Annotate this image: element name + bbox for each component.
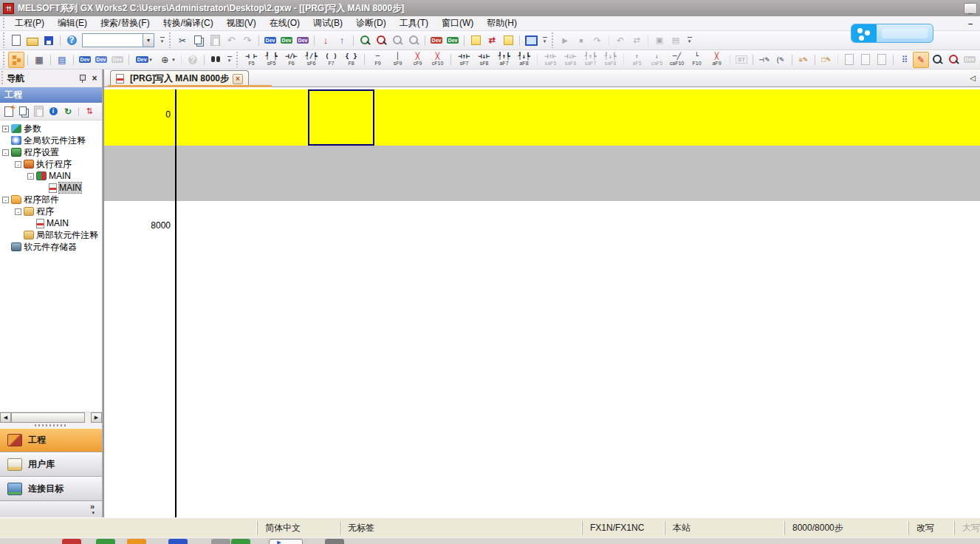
- save-icon[interactable]: [41, 33, 57, 49]
- nav-more-buttons[interactable]: » ▾: [0, 501, 102, 517]
- ladder-row-highlight[interactable]: [104, 89, 980, 146]
- ladder-rising-pulse-button[interactable]: ⊣↑⊢sF7: [454, 51, 474, 68]
- watch-start-icon[interactable]: [389, 33, 405, 49]
- ladder-open-contact-button[interactable]: ⊣ ⊢F5: [241, 51, 261, 68]
- help-icon[interactable]: [64, 33, 80, 49]
- read-mode-icon[interactable]: [929, 52, 945, 68]
- debug-skip-icon[interactable]: [628, 33, 645, 49]
- device-search-icon[interactable]: [155, 52, 178, 68]
- nav-button-connection-destination[interactable]: 连接目标: [0, 477, 102, 501]
- doc-find-prev-icon[interactable]: [857, 52, 874, 68]
- toolbar-overflow-icon[interactable]: ▾: [685, 33, 693, 48]
- open-project-icon[interactable]: [24, 33, 41, 49]
- undo-icon[interactable]: [223, 33, 239, 49]
- toolbar-grip[interactable]: [168, 33, 172, 48]
- tree-expander-icon[interactable]: -: [15, 161, 21, 168]
- toolbar-grip[interactable]: [236, 52, 239, 67]
- help-secondary-icon[interactable]: [185, 52, 201, 68]
- mdi-minimize-icon[interactable]: –: [968, 19, 973, 28]
- tree-item-main-block[interactable]: - MAIN: [0, 170, 102, 182]
- ladder-editor-canvas[interactable]: 0 8000: [104, 87, 980, 517]
- module-configuration-icon[interactable]: [31, 52, 47, 68]
- tree-item-pou[interactable]: - 程序部件: [0, 194, 102, 205]
- device-memory-icon[interactable]: [428, 33, 445, 49]
- minimize-button[interactable]: _: [964, 3, 977, 14]
- statement-edit-icon[interactable]: [795, 52, 812, 68]
- panel-grip[interactable]: [1, 71, 4, 86]
- panel-splitter[interactable]: [0, 423, 102, 428]
- cut-icon[interactable]: [174, 33, 191, 49]
- toolbar-overflow-icon[interactable]: ▾: [225, 52, 233, 67]
- menu-find-replace[interactable]: 搜索/替换(F): [94, 16, 157, 31]
- ladder-result-falling-pulse-button[interactable]: ↓caF5: [647, 51, 667, 68]
- tab-main-program[interactable]: [PRG]写入 MAIN 8000步 ×: [110, 70, 249, 86]
- menu-online[interactable]: 在线(O): [263, 16, 306, 31]
- device-batch-icon[interactable]: [93, 52, 109, 68]
- tree-item-execution-program[interactable]: - 执行程序: [0, 158, 102, 170]
- ladder-vertical-line-button[interactable]: │sF9: [388, 51, 408, 68]
- nav-button-user-library[interactable]: 用户库: [0, 452, 102, 477]
- doc-find-next-icon[interactable]: [874, 52, 890, 68]
- monitor-mode-icon[interactable]: [962, 52, 978, 68]
- device-comment-edit-icon[interactable]: [756, 52, 772, 68]
- menu-convert-compile[interactable]: 转换/编译(C): [157, 16, 220, 31]
- write-to-plc-icon[interactable]: [262, 33, 278, 49]
- new-project-icon[interactable]: [8, 33, 24, 49]
- tree-expander-icon[interactable]: -: [2, 149, 9, 156]
- nav-new-data-icon[interactable]: [1, 104, 16, 119]
- ladder-line-delete-button[interactable]: ╳aF9: [707, 51, 727, 68]
- ladder-rising-pulse-not-button[interactable]: ⊣⇑⊢saF5: [541, 51, 561, 68]
- nav-refresh-icon[interactable]: [61, 104, 75, 119]
- tree-item-parameter[interactable]: + 参数: [0, 123, 102, 135]
- toolbar-overflow-icon[interactable]: ▾: [158, 33, 166, 48]
- ladder-selected-cell[interactable]: [308, 89, 374, 146]
- ladder-rising-pulse-not-branch-button[interactable]: ┦⇑┡saF7: [580, 51, 600, 68]
- inline-st-icon[interactable]: [733, 52, 750, 68]
- note-edit-icon[interactable]: [818, 52, 835, 68]
- ladder-horizontal-line-button[interactable]: ─F9: [368, 51, 388, 68]
- coil-comment-edit-icon[interactable]: [772, 52, 789, 68]
- tree-item-program-folder[interactable]: - 程序: [0, 205, 102, 217]
- nav-sort-icon[interactable]: [82, 104, 97, 119]
- write-mode-icon[interactable]: [945, 52, 962, 68]
- ladder-line-draw-button[interactable]: └F10: [687, 51, 707, 68]
- toolbar-grip[interactable]: [2, 52, 6, 67]
- nav-copy-icon[interactable]: [16, 104, 31, 119]
- window-selector-input[interactable]: [82, 33, 143, 47]
- device-comment-list-icon[interactable]: [77, 52, 93, 68]
- combobox-dropdown-icon[interactable]: ▼: [143, 33, 154, 47]
- ladder-coil-button[interactable]: ( )F7: [321, 51, 341, 68]
- menu-project[interactable]: 工程(P): [8, 16, 51, 31]
- device-display-icon[interactable]: [132, 52, 155, 68]
- nav-property-icon[interactable]: [46, 104, 61, 119]
- connection-diagram-icon[interactable]: [897, 52, 913, 68]
- tree-item-global-device-comment[interactable]: 全局软元件注释: [0, 135, 102, 146]
- copy-icon[interactable]: [191, 33, 207, 49]
- menu-debug[interactable]: 调试(B): [306, 16, 349, 31]
- debug-start-icon[interactable]: [557, 33, 573, 49]
- scroll-right-icon[interactable]: ▶: [91, 412, 102, 423]
- toolbar-grip[interactable]: [2, 33, 6, 48]
- paste-icon[interactable]: [207, 33, 223, 49]
- statement-icon[interactable]: [467, 33, 484, 49]
- menu-diagnostics[interactable]: 诊断(D): [349, 16, 393, 31]
- watch-stop-icon[interactable]: [405, 33, 422, 49]
- remote-operation-icon[interactable]: [334, 33, 350, 49]
- ladder-open-branch-button[interactable]: ┦ ┡sF5: [261, 51, 281, 68]
- monitor-start-icon[interactable]: [357, 33, 373, 49]
- taskbar-active-item[interactable]: ▶: [269, 539, 303, 544]
- device-comment-icon[interactable]: [445, 33, 461, 49]
- doc-generate-icon[interactable]: [841, 52, 857, 68]
- menu-edit[interactable]: 编辑(E): [51, 16, 94, 31]
- tab-scroll-left-icon[interactable]: ◁: [970, 74, 976, 82]
- pin-icon[interactable]: [78, 74, 86, 84]
- menu-help[interactable]: 帮助(H): [480, 16, 524, 31]
- monitor-window-icon[interactable]: [523, 33, 539, 49]
- toolbar-grip[interactable]: [2, 18, 6, 29]
- ladder-result-invert-button[interactable]: ─╱caF10: [667, 51, 687, 68]
- tree-expander-icon[interactable]: -: [15, 208, 21, 215]
- ladder-edit-mode-icon[interactable]: [913, 52, 929, 68]
- tree-item-device-memory[interactable]: 软元件存储器: [0, 241, 102, 253]
- debug-watch2-icon[interactable]: [668, 33, 684, 49]
- ladder-falling-pulse-button[interactable]: ⊣↓⊢sF8: [474, 51, 494, 68]
